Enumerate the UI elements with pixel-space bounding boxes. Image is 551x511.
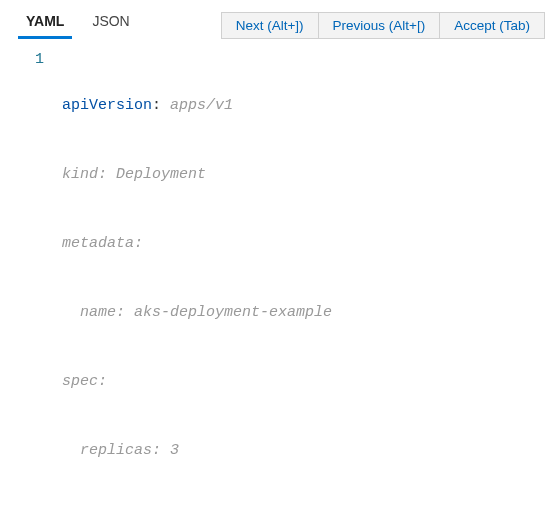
code-line-1: apiVersion: apps/v1: [62, 94, 551, 117]
suggestion-previous-button[interactable]: Previous (Alt+[): [319, 13, 441, 38]
ghost-line-4: name: aks-deployment-example: [62, 301, 551, 324]
suggestion-bar: Next (Alt+]) Previous (Alt+[) Accept (Ta…: [221, 12, 545, 39]
code-content[interactable]: apiVersion: apps/v1 kind: Deployment met…: [62, 48, 551, 511]
ghost-line-2: kind: Deployment: [62, 163, 551, 186]
typed-colon: :: [152, 97, 170, 114]
ghost-line-5: spec:: [62, 370, 551, 393]
ghost-line-3: metadata:: [62, 232, 551, 255]
suggestion-next-button[interactable]: Next (Alt+]): [222, 13, 319, 38]
ghost-value-1: apps/v1: [170, 97, 233, 114]
tabs-row: YAML JSON Next (Alt+]) Previous (Alt+[) …: [0, 0, 551, 40]
suggestion-accept-button[interactable]: Accept (Tab): [440, 13, 544, 38]
tab-yaml[interactable]: YAML: [12, 5, 78, 39]
typed-key: apiVersion: [62, 97, 152, 114]
line-number-gutter: 1: [0, 48, 62, 511]
tab-json[interactable]: JSON: [78, 5, 143, 39]
line-number: 1: [0, 48, 44, 71]
ghost-line-6: replicas: 3: [62, 439, 551, 462]
code-editor[interactable]: 1 apiVersion: apps/v1 kind: Deployment m…: [0, 40, 551, 511]
tabs: YAML JSON: [0, 5, 144, 39]
